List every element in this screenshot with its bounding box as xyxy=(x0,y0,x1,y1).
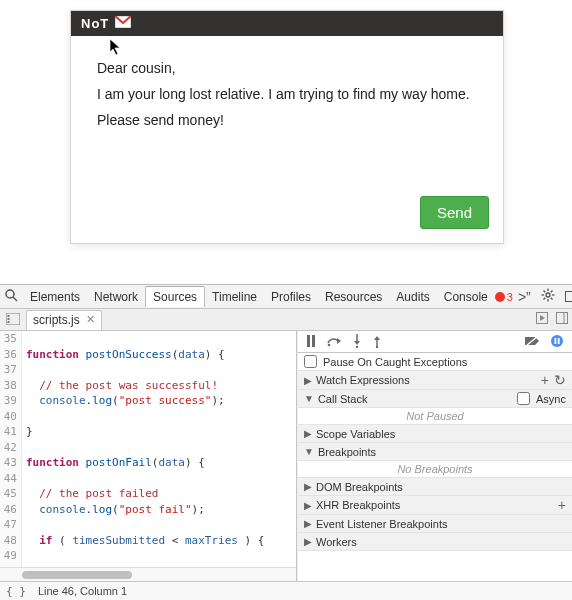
deactivate-breakpoints-icon[interactable] xyxy=(524,335,540,349)
code-line[interactable]: 41} xyxy=(0,424,296,440)
step-out-icon[interactable] xyxy=(372,334,382,350)
code-line[interactable]: 44 xyxy=(0,471,296,487)
not-paused-label: Not Paused xyxy=(298,408,572,425)
close-file-icon[interactable]: ✕ xyxy=(86,313,95,326)
workers-pane[interactable]: ▶Workers xyxy=(298,533,572,551)
step-over-icon[interactable] xyxy=(326,335,342,349)
error-icon xyxy=(495,292,505,302)
code-line[interactable]: 35 xyxy=(0,331,296,347)
dock-icon[interactable] xyxy=(560,289,572,305)
email-window: NoT Dear cousin, I am your long lost rel… xyxy=(70,10,504,244)
breakpoints-pane[interactable]: ▼Breakpoints xyxy=(298,443,572,461)
svg-marker-27 xyxy=(354,341,360,345)
code-line[interactable]: 46 console.log("post fail"); xyxy=(0,502,296,518)
debugger-controls xyxy=(298,331,572,353)
dom-breakpoints-pane[interactable]: ▶DOM Breakpoints xyxy=(298,478,572,496)
svg-line-9 xyxy=(551,298,553,300)
drawer-icon[interactable]: >” xyxy=(513,289,536,305)
code-line[interactable]: 38 // the post was successful! xyxy=(0,378,296,394)
code-line[interactable]: 48 if ( timesSubmitted < maxTries ) { xyxy=(0,533,296,549)
pause-icon[interactable] xyxy=(306,335,316,349)
window-title-bar[interactable]: NoT xyxy=(71,11,503,36)
svg-marker-24 xyxy=(337,338,341,344)
tab-timeline[interactable]: Timeline xyxy=(205,287,264,307)
chevron-right-icon: ▶ xyxy=(304,518,312,529)
watch-expressions-pane[interactable]: ▶Watch Expressions+↻ xyxy=(298,371,572,390)
chevron-right-icon: ▶ xyxy=(304,481,312,492)
code-line[interactable]: 36function postOnSuccess(data) { xyxy=(0,347,296,363)
gear-icon[interactable] xyxy=(536,288,560,305)
no-breakpoints-label: No Breakpoints xyxy=(298,461,572,478)
pause-on-exceptions-icon[interactable] xyxy=(550,334,564,350)
debugger-sidebar: Pause On Caught Exceptions ▶Watch Expres… xyxy=(297,331,572,581)
svg-marker-19 xyxy=(540,315,545,321)
horizontal-scrollbar[interactable] xyxy=(0,567,296,581)
svg-rect-15 xyxy=(8,315,10,317)
navigator-icon[interactable] xyxy=(0,312,26,328)
svg-point-31 xyxy=(376,345,378,347)
add-icon[interactable]: + xyxy=(536,372,549,388)
sidebar-toggle-icon[interactable] xyxy=(552,312,572,327)
svg-point-1 xyxy=(6,290,14,298)
svg-line-8 xyxy=(543,291,545,293)
pause-on-caught-checkbox[interactable] xyxy=(304,355,317,368)
code-line[interactable]: 40 xyxy=(0,409,296,425)
svg-rect-23 xyxy=(312,335,315,347)
error-count[interactable]: 3 xyxy=(495,291,513,303)
code-editor-column: 3536function postOnSuccess(data) {3738 /… xyxy=(0,331,297,581)
tab-elements[interactable]: Elements xyxy=(23,287,87,307)
svg-rect-17 xyxy=(8,321,10,323)
gmail-icon xyxy=(115,16,131,31)
svg-rect-16 xyxy=(8,318,10,320)
pause-on-caught-row[interactable]: Pause On Caught Exceptions xyxy=(298,353,572,371)
file-tab[interactable]: scripts.js ✕ xyxy=(26,310,102,330)
svg-rect-20 xyxy=(557,313,568,324)
email-body[interactable]: Dear cousin, I am your long lost relativ… xyxy=(71,36,503,196)
xhr-breakpoints-pane[interactable]: ▶XHR Breakpoints+ xyxy=(298,496,572,515)
chevron-right-icon: ▶ xyxy=(304,500,312,511)
svg-line-11 xyxy=(551,291,553,293)
code-line[interactable]: 37 xyxy=(0,362,296,378)
refresh-icon[interactable]: ↻ xyxy=(549,372,566,388)
code-editor[interactable]: 3536function postOnSuccess(data) {3738 /… xyxy=(0,331,296,567)
cursor-position: Line 46, Column 1 xyxy=(38,585,127,597)
step-into-icon[interactable] xyxy=(352,334,362,350)
svg-marker-30 xyxy=(374,336,380,340)
tab-profiles[interactable]: Profiles xyxy=(264,287,318,307)
tab-resources[interactable]: Resources xyxy=(318,287,389,307)
email-line-2: Please send money! xyxy=(97,112,477,128)
call-stack-pane[interactable]: ▼Call StackAsync xyxy=(298,390,572,408)
code-line[interactable]: 49 xyxy=(0,548,296,564)
tab-console[interactable]: Console xyxy=(437,287,495,307)
event-listener-breakpoints-pane[interactable]: ▶Event Listener Breakpoints xyxy=(298,515,572,533)
run-icon[interactable] xyxy=(532,312,552,327)
code-line[interactable]: 42 xyxy=(0,440,296,456)
code-line[interactable]: 43function postOnFail(data) { xyxy=(0,455,296,471)
svg-point-25 xyxy=(328,343,331,346)
email-greeting: Dear cousin, xyxy=(97,60,477,76)
svg-line-2 xyxy=(13,297,17,301)
svg-point-34 xyxy=(551,335,563,347)
svg-rect-22 xyxy=(307,335,310,347)
send-button[interactable]: Send xyxy=(420,196,489,229)
async-checkbox[interactable] xyxy=(517,392,530,405)
svg-point-3 xyxy=(546,293,550,297)
svg-point-28 xyxy=(356,345,358,347)
email-line-1: I am your long lost relative. I am tryin… xyxy=(97,86,477,102)
code-line[interactable]: 45 // the post failed xyxy=(0,486,296,502)
chevron-right-icon: ▶ xyxy=(304,536,312,547)
svg-rect-36 xyxy=(558,338,560,344)
svg-rect-12 xyxy=(565,291,572,301)
add-icon[interactable]: + xyxy=(553,497,566,513)
code-line[interactable]: 47 xyxy=(0,517,296,533)
pretty-print-icon[interactable]: { } xyxy=(6,585,26,598)
tab-sources[interactable]: Sources xyxy=(145,286,205,307)
scope-variables-pane[interactable]: ▶Scope Variables xyxy=(298,425,572,443)
svg-rect-35 xyxy=(555,338,557,344)
tab-network[interactable]: Network xyxy=(87,287,145,307)
code-line[interactable]: 39 console.log("post success"); xyxy=(0,393,296,409)
search-icon[interactable] xyxy=(0,289,23,305)
chevron-right-icon: ▶ xyxy=(304,375,312,386)
chevron-right-icon: ▶ xyxy=(304,428,312,439)
tab-audits[interactable]: Audits xyxy=(389,287,436,307)
